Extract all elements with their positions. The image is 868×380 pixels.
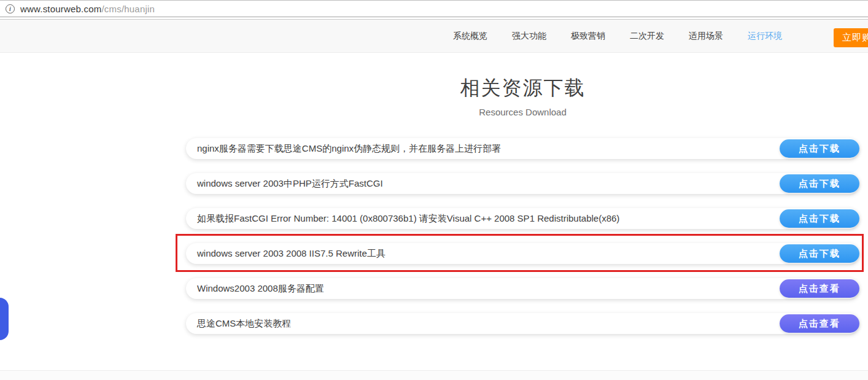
resource-row-highlighted: windows server 2003 2008 IIS7.5 Rewrite工…	[186, 243, 859, 264]
download-button[interactable]: 点击下载	[780, 139, 859, 158]
resource-title: Windows2003 2008服务器配置	[197, 283, 324, 295]
resource-title: nginx服务器需要下载思途CMS的nginx伪静态规则，并在服务器上进行部署	[197, 143, 501, 155]
resource-title: windows server 2003 2008 IIS7.5 Rewrite工…	[197, 248, 386, 260]
download-button[interactable]: 点击下载	[780, 209, 859, 228]
resource-list: nginx服务器需要下载思途CMS的nginx伪静态规则，并在服务器上进行部署 …	[186, 138, 859, 348]
floating-service-widget[interactable]	[0, 298, 9, 340]
download-button[interactable]: 点击下载	[780, 244, 859, 263]
resource-title: windows server 2003中PHP运行方式FastCGI	[197, 178, 383, 190]
resource-row: windows server 2003中PHP运行方式FastCGI 点击下载	[186, 173, 859, 194]
resource-row: nginx服务器需要下载思途CMS的nginx伪静态规则，并在服务器上进行部署 …	[186, 138, 859, 159]
download-button[interactable]: 点击下载	[780, 174, 859, 193]
resource-title: 如果载报FastCGI Error Number: 14001 (0x80073…	[197, 213, 619, 225]
resource-row: 思途CMS本地安装教程 点击查看	[186, 313, 859, 334]
resource-row: Windows2003 2008服务器配置 点击查看	[186, 278, 859, 299]
url-domain: www.stourweb.com	[20, 4, 101, 14]
next-section-divider	[0, 370, 868, 380]
page-subtitle: Resources Download	[186, 107, 859, 117]
resource-title: 思途CMS本地安装教程	[197, 318, 291, 330]
view-button[interactable]: 点击查看	[780, 314, 859, 333]
main-content: 相关资源下载 Resources Download nginx服务器需要下载思途…	[186, 0, 859, 117]
page-title: 相关资源下载	[186, 75, 859, 102]
url-path: /cms/huanjin	[101, 4, 155, 14]
page-info-icon[interactable]: i	[6, 4, 15, 14]
view-button[interactable]: 点击查看	[780, 279, 859, 298]
resource-row: 如果载报FastCGI Error Number: 14001 (0x80073…	[186, 208, 859, 229]
url-text: www.stourweb.com/cms/huanjin	[20, 4, 155, 14]
